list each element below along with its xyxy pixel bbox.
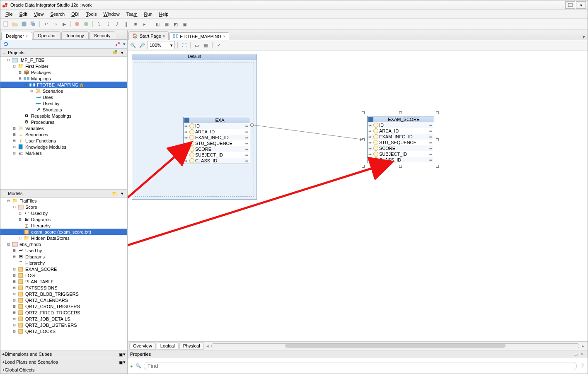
tb-extra4-icon[interactable]: ▣ xyxy=(181,20,189,28)
save-all-icon[interactable] xyxy=(29,20,37,28)
column-row[interactable]: ➠AREA_ID➠ xyxy=(184,129,250,135)
zoom-in-icon[interactable]: 🔍 xyxy=(129,41,137,49)
tree-item-exam-score-file[interactable]: ⊞exam_score (exam_score.txt) xyxy=(0,229,127,235)
menu-view[interactable]: View xyxy=(31,11,47,17)
tab-physical[interactable]: Physical xyxy=(179,342,204,350)
collapse-icon[interactable]: – xyxy=(2,191,6,196)
step-over-icon[interactable]: ⤵ xyxy=(95,20,103,28)
loadplans-header[interactable]: +Load Plans and Scenarios▣▾ xyxy=(0,358,127,366)
model-menu-icon[interactable]: ▾ xyxy=(119,191,126,196)
tab-overview[interactable]: Overview xyxy=(129,342,156,350)
step-out-icon[interactable]: ⤴ xyxy=(114,20,121,28)
column-icon xyxy=(189,141,194,146)
menu-window[interactable]: Window xyxy=(100,11,123,17)
open-icon[interactable] xyxy=(11,20,19,28)
tab-security[interactable]: Security xyxy=(90,31,115,39)
tab-operator[interactable]: Operator xyxy=(33,31,60,39)
menu-team[interactable]: Team xyxy=(123,11,141,17)
stop-icon[interactable]: ■ xyxy=(132,20,139,28)
menu-search[interactable]: Search xyxy=(47,11,68,17)
out-arrow-icon: ➠ xyxy=(245,153,249,157)
column-row[interactable]: ➠SCORE➠ xyxy=(184,146,250,152)
column-row[interactable]: ➠STU_SEQUENCE➠ xyxy=(184,140,250,146)
validate-icon[interactable] xyxy=(82,20,90,28)
h-scrollbar[interactable] xyxy=(211,343,579,348)
validate-icon[interactable]: ✔ xyxy=(215,41,223,49)
out-arrow-icon: ➠ xyxy=(245,130,249,134)
tabs-menu-icon[interactable]: ▾ xyxy=(580,34,588,40)
refresh-icon[interactable] xyxy=(2,40,10,48)
menu-tools[interactable]: Tools xyxy=(83,11,100,17)
global-header[interactable]: +Global Objects xyxy=(0,366,127,374)
column-row[interactable]: ➠ID➠ xyxy=(184,123,250,129)
props-action1-icon[interactable]: ▭ xyxy=(573,352,578,357)
close-icon[interactable]: × xyxy=(26,34,28,39)
close-icon[interactable]: × xyxy=(223,34,225,39)
folder-icon: 📁 xyxy=(17,63,24,69)
column-row[interactable]: ➠EXAM_INFO_ID➠ xyxy=(184,135,250,140)
restore-button[interactable] xyxy=(565,1,575,9)
tab-topology[interactable]: Topology xyxy=(61,31,89,39)
tab-designer[interactable]: Designer× xyxy=(1,32,32,40)
step-into-icon[interactable]: ⤹ xyxy=(104,20,112,28)
dim-new-icon[interactable]: ▣ xyxy=(119,352,123,357)
resume-icon[interactable]: ▸ xyxy=(141,20,148,28)
save-icon[interactable] xyxy=(20,20,28,28)
new-project-icon[interactable] xyxy=(111,50,118,55)
projects-header[interactable]: – Projects ▾ xyxy=(0,48,127,57)
find-input[interactable] xyxy=(144,362,577,370)
tb-extra2-icon[interactable]: ▦ xyxy=(163,20,170,28)
column-row[interactable]: ➠CLASS_ID➠ xyxy=(184,158,250,164)
new-icon[interactable] xyxy=(2,20,10,28)
menu-edit[interactable]: Edit xyxy=(16,11,31,17)
connect-icon[interactable] xyxy=(114,40,121,48)
menu-file[interactable]: File xyxy=(2,11,16,17)
models-header[interactable]: – Models 📁 ▾ xyxy=(0,189,127,198)
svg-rect-7 xyxy=(32,23,35,26)
tb-extra3-icon[interactable]: ◩ xyxy=(172,20,179,28)
entity-exa[interactable]: EXA ➠ID➠➠AREA_ID➠➠EXAM_INFO_ID➠➠STU_SEQU… xyxy=(183,117,250,164)
scroll-left-icon[interactable]: ◂ xyxy=(206,343,209,349)
column-name: STU_SEQUENCE xyxy=(195,141,244,146)
tb-extra1-icon[interactable]: ◧ xyxy=(154,20,161,28)
undo-icon[interactable]: ↶ xyxy=(42,20,50,28)
svg-rect-37 xyxy=(19,329,23,333)
menu-run[interactable]: Run xyxy=(141,11,156,17)
menubar: File Edit View Search ODI Tools Window T… xyxy=(0,10,588,19)
close-icon[interactable]: × xyxy=(163,34,165,38)
zoom-out-icon[interactable]: 🔎 xyxy=(138,41,146,49)
props-close-icon[interactable]: × xyxy=(581,352,583,357)
tab-start-page[interactable]: 🏠Start Page× xyxy=(128,31,169,40)
debug-icon[interactable] xyxy=(73,20,81,28)
run-icon[interactable]: ▶ xyxy=(60,20,68,28)
tab-logical[interactable]: Logical xyxy=(157,342,179,350)
collapse-icon[interactable]: – xyxy=(2,50,6,55)
redo-icon[interactable]: ↷ xyxy=(51,20,59,28)
menu-dropdown-icon[interactable]: ▾ xyxy=(123,41,126,47)
tree-item-ftotbe-mapping[interactable]: ⊟FTOTBE_MAPPING🔒 xyxy=(0,82,127,88)
dropdown-button[interactable]: ▾ xyxy=(576,1,586,9)
expand-icon[interactable]: ⊟ xyxy=(6,58,11,62)
in-arrow-icon: ➠ xyxy=(184,153,189,157)
models-tree[interactable]: ⊟📁FlatFiles ⊟Score ⊞↩Used by ⊞⊞Diagrams … xyxy=(0,198,127,350)
projects-tree[interactable]: ⊟IMP_F_TBE ⊟📁First Folder ⊞📦Packages ⊟Ma… xyxy=(0,57,127,189)
column-icon xyxy=(189,123,194,128)
dimensions-header[interactable]: +Dimensions and Cubes▣▾ xyxy=(0,350,127,358)
menu-odi[interactable]: ODI xyxy=(68,11,83,17)
scroll-right-icon[interactable]: ▸ xyxy=(582,343,584,349)
zoom-select[interactable]: 100%▾ xyxy=(148,41,175,49)
mapping-canvas[interactable]: Default EXA ➠ID➠➠AREA_ID➠➠EXAM_INFO_ID➠➠… xyxy=(128,51,588,341)
layout-icon[interactable]: ▭ xyxy=(193,41,201,49)
help-icon[interactable]: ❔ xyxy=(579,363,585,369)
load-new-icon[interactable]: ▣ xyxy=(119,360,123,365)
diagrams-icon: ⊞ xyxy=(17,254,24,260)
new-model-icon[interactable]: 📁 xyxy=(111,191,118,196)
import-icon[interactable]: ▾ xyxy=(119,50,126,55)
tab-ftotbe-mapping[interactable]: FTOTBE_MAPPING× xyxy=(169,32,229,40)
grid-icon[interactable]: ▦ xyxy=(202,41,210,49)
fit-icon[interactable]: ⛶ xyxy=(180,41,188,49)
menu-help[interactable]: Help xyxy=(156,11,172,17)
pause-icon[interactable]: ‖ xyxy=(123,20,130,28)
svg-rect-30 xyxy=(19,286,23,290)
column-row[interactable]: ➠SUBJECT_ID➠ xyxy=(184,152,250,158)
